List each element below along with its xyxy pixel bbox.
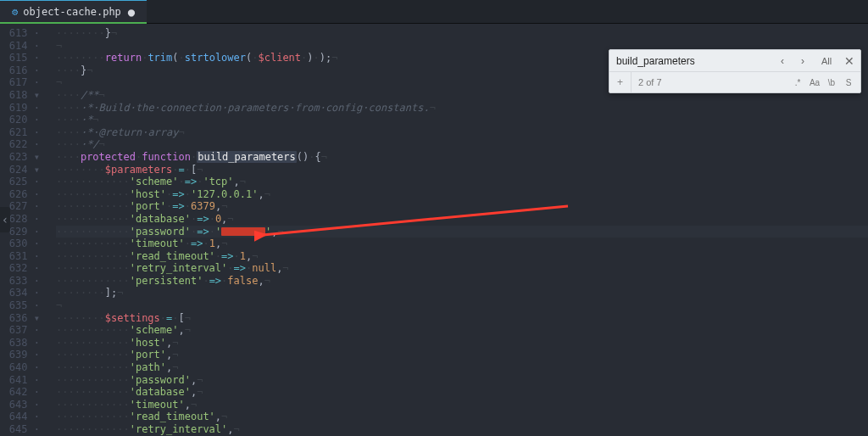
line-number: 618 ▾ xyxy=(0,89,42,102)
line-number: 645 · xyxy=(0,423,42,436)
code-line[interactable]: ············'retry_interval'·=>·null,¬ xyxy=(56,262,868,275)
find-all-button[interactable]: All xyxy=(814,52,839,70)
code-line[interactable]: ········$parameters·=·[¬ xyxy=(56,164,868,176)
php-file-icon: ⚙ xyxy=(12,6,18,18)
line-number: 614 · xyxy=(0,40,42,53)
tab-filename: object-cache.php xyxy=(23,6,121,18)
find-opt-selection[interactable]: S xyxy=(840,74,857,91)
code-line[interactable]: ········$settings·=·[¬ xyxy=(56,312,868,325)
code-line[interactable]: ·····*·@return·array¬ xyxy=(56,126,868,139)
line-number: 619 · xyxy=(0,102,42,115)
code-line[interactable]: ·····*/¬ xyxy=(56,138,868,151)
code-line[interactable]: ·····*·Build·the·connection·parameters·f… xyxy=(56,102,868,115)
find-close-button[interactable]: ✕ xyxy=(840,52,859,70)
line-number: 616 · xyxy=(0,64,42,77)
code-line[interactable]: ········];¬ xyxy=(56,287,868,299)
code-line[interactable]: ·····*¬ xyxy=(56,114,868,126)
find-panel: ‹ › All ✕ + 2 of 7 .* Aa \b S xyxy=(609,49,861,93)
code-line[interactable]: ············'timeout',¬ xyxy=(56,399,868,411)
code-line[interactable]: ····protected·function·build_parameters(… xyxy=(56,151,868,164)
code-line[interactable]: ············'retry_interval',¬ xyxy=(56,423,868,436)
line-number: 636 ▾ xyxy=(0,312,42,325)
find-prev-button[interactable]: ‹ xyxy=(773,52,792,70)
tab-dirty-icon: ● xyxy=(128,5,135,19)
editor: ‹ 613 ·614 ·615 ·616 ·617 ·618 ▾619 ·620… xyxy=(0,24,868,436)
code-line[interactable]: ············'password',¬ xyxy=(56,374,868,387)
line-number: 642 · xyxy=(0,386,42,399)
code-line[interactable]: ············'scheme'·=>·'tcp',¬ xyxy=(56,176,868,188)
find-opt-word[interactable]: \b xyxy=(823,74,840,91)
code-line[interactable]: ········}¬ xyxy=(56,27,868,40)
line-number: 637 · xyxy=(0,324,42,337)
line-number: 621 · xyxy=(0,126,42,139)
line-number: 624 ▾ xyxy=(0,164,42,176)
line-number: 641 · xyxy=(0,374,42,387)
find-opt-regex[interactable]: .* xyxy=(789,74,806,91)
find-status: 2 of 7 xyxy=(632,77,789,87)
line-number: 635 · xyxy=(0,299,42,312)
code-line[interactable]: ············'database'·=>·0,¬ xyxy=(56,213,868,226)
tab-bar: ⚙ object-cache.php ● xyxy=(0,0,868,24)
code-line[interactable]: ············'scheme',¬ xyxy=(56,324,868,337)
sidebar-expand-handle[interactable]: ‹ xyxy=(0,207,10,232)
line-number: 639 · xyxy=(0,349,42,361)
code-line[interactable]: ············'timeout'·=>·1,¬ xyxy=(56,238,868,250)
find-expand-replace[interactable]: + xyxy=(609,72,632,92)
code-line[interactable]: ············'read_timeout',¬ xyxy=(56,411,868,423)
line-number: 615 · xyxy=(0,52,42,64)
code-line[interactable]: ············'password'·=>·'',¬ xyxy=(56,226,868,238)
line-number: 630 · xyxy=(0,238,42,250)
code-line[interactable]: ············'host',¬ xyxy=(56,337,868,349)
line-number: 643 · xyxy=(0,399,42,411)
line-number: 613 · xyxy=(0,27,42,40)
line-number: 640 · xyxy=(0,361,42,374)
line-number: 623 ▾ xyxy=(0,151,42,164)
line-number: 632 · xyxy=(0,262,42,275)
code-line[interactable]: ············'port'·=>·6379,¬ xyxy=(56,200,868,213)
line-number: 625 · xyxy=(0,176,42,188)
line-number: 626 · xyxy=(0,188,42,201)
code-line[interactable]: ············'host'·=>·'127.0.0.1',¬ xyxy=(56,188,868,201)
find-opt-case[interactable]: Aa xyxy=(806,74,823,91)
line-number: 644 · xyxy=(0,411,42,423)
line-number: 634 · xyxy=(0,287,42,299)
line-number: 633 · xyxy=(0,275,42,288)
find-next-button[interactable]: › xyxy=(793,52,812,70)
code-line[interactable]: ············'read_timeout'·=>·1,¬ xyxy=(56,250,868,263)
line-number: 622 · xyxy=(0,138,42,151)
code-line[interactable]: ············'persistent'·=>·false,¬ xyxy=(56,275,868,288)
line-number: 638 · xyxy=(0,337,42,349)
line-number: 620 · xyxy=(0,114,42,126)
tab-object-cache[interactable]: ⚙ object-cache.php ● xyxy=(0,0,147,23)
find-input[interactable] xyxy=(609,55,772,67)
code-line[interactable]: ¬ xyxy=(56,299,868,312)
line-number: 631 · xyxy=(0,250,42,263)
code-line[interactable]: ············'database',¬ xyxy=(56,386,868,399)
code-line[interactable]: ············'path',¬ xyxy=(56,361,868,374)
line-number: 617 · xyxy=(0,76,42,89)
code-line[interactable]: ············'port',¬ xyxy=(56,349,868,361)
